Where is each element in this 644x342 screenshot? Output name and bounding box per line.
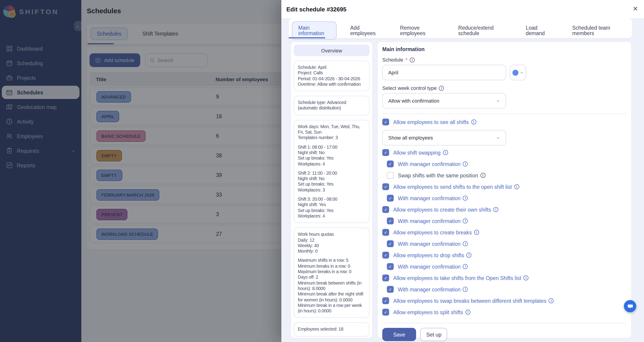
save-button[interactable]: Save — [382, 328, 416, 341]
overview-line: Work days: Mon, Tue, Wed, Thu, Fri, Sat,… — [298, 124, 366, 135]
chat-bubble-icon — [627, 303, 633, 309]
overview-line: Monthly: 0 — [298, 249, 366, 254]
overview-line: Minimum break in a row per week (in hour… — [298, 303, 366, 314]
chat-widget-button[interactable] — [624, 300, 636, 312]
checkbox[interactable]: ✓ — [382, 297, 389, 304]
overview-group: Maximum shifts in a row: 5Minimum breaks… — [298, 258, 366, 314]
checkbox-row[interactable]: ✓ With manager confirmation ! — [387, 286, 626, 293]
checkbox[interactable]: ✓ — [387, 263, 394, 270]
info-icon[interactable]: ! — [466, 253, 472, 258]
schedule-name-input[interactable]: April — [382, 65, 506, 80]
checkbox[interactable]: ✓ — [382, 275, 389, 281]
info-icon[interactable]: ! — [466, 310, 470, 315]
info-icon[interactable]: ! — [439, 85, 444, 91]
checkbox[interactable]: ✓ — [382, 252, 389, 259]
show-employees-select[interactable]: Show all employees — [382, 130, 506, 146]
modal-tab-scheduled-team-members[interactable]: Scheduled team members — [566, 21, 629, 40]
checkbox[interactable]: ✓ — [387, 217, 394, 224]
modal-tabs-card: Main informationAdd employeesRemove empl… — [289, 18, 632, 38]
info-icon[interactable]: ! — [463, 162, 468, 167]
check-icon: ✓ — [388, 162, 392, 166]
modal-tab-main-information[interactable]: Main information — [292, 21, 336, 40]
check-icon: ✓ — [384, 310, 387, 314]
overview-line: Workplaces: 4 — [298, 213, 366, 219]
checkbox-row[interactable]: ✓ With manager confirmation ! — [387, 240, 626, 247]
info-icon[interactable]: ! — [463, 241, 468, 246]
modal-title: Edit schedule #32695 — [286, 6, 346, 13]
check-icon: ✓ — [384, 120, 387, 124]
checkbox-row[interactable]: ✓ With manager confirmation ! — [387, 263, 626, 270]
checkbox-row[interactable]: ✓ Allow employees to take shifts from th… — [382, 275, 626, 281]
info-icon[interactable]: ! — [471, 120, 476, 125]
checkbox-row[interactable]: ✓ With manager confirmation ! — [387, 195, 626, 201]
checkbox-label: Allow employees to take shifts from the … — [393, 275, 521, 281]
checkbox-row[interactable]: ✓ Allow employees to create their own sh… — [382, 206, 626, 213]
check-icon: ✓ — [388, 287, 392, 292]
overview-line: Shift 2: 11:00 - 20:00 — [298, 171, 366, 176]
checkbox[interactable]: ✓ — [382, 309, 389, 316]
checkbox-row[interactable]: ✓ With manager confirmation ! — [387, 217, 626, 224]
overview-line: Workplaces: 3 — [298, 187, 366, 193]
overview-line: Weekly: 40 — [298, 243, 366, 249]
form-heading: Main information — [382, 46, 626, 52]
info-icon[interactable]: ! — [463, 218, 468, 223]
checkbox-row[interactable]: ✓ Allow employees to send shifts to the … — [382, 183, 626, 190]
checkbox-row[interactable]: ✓ Swap shifts with the same position ! — [387, 172, 626, 179]
modal-tab-load-demand[interactable]: Load demand — [519, 21, 558, 40]
overview-line: Schedule: April — [298, 65, 366, 70]
checkbox[interactable]: ✓ — [382, 183, 389, 190]
info-icon[interactable]: ! — [549, 298, 554, 303]
setup-button[interactable]: Set up — [420, 328, 447, 341]
info-icon[interactable]: ! — [514, 184, 519, 189]
overview-line: Project: Calls — [298, 70, 366, 76]
week-control-select[interactable]: Allow with confirmation — [382, 93, 506, 109]
overview-line: Set up breaks: Yes — [298, 208, 366, 213]
checkbox-row[interactable]: ✓ Allow employees to drop shifts ! — [382, 252, 626, 259]
checkbox-row[interactable]: ✓ Allow employees to swap breaks between… — [382, 297, 626, 304]
info-icon[interactable]: ! — [524, 275, 528, 280]
checkbox[interactable]: ✓ — [387, 161, 394, 167]
info-icon[interactable]: ! — [474, 230, 479, 235]
checkbox[interactable]: ✓ — [382, 119, 389, 125]
checkbox-label: Allow employees to swap breaks between d… — [393, 298, 546, 304]
info-icon[interactable]: ! — [443, 150, 448, 155]
checkbox-row[interactable]: ✓ Allow employees to split shifts ! — [382, 309, 626, 316]
overview-card: Schedule type: Advanced (automatic distr… — [294, 96, 370, 115]
overview-line: Minimum break between shifts (in hours):… — [298, 280, 366, 291]
modal-tab-add-employees[interactable]: Add employees — [344, 21, 386, 40]
checkbox-row[interactable]: ✓ Allow employees to see all shifts ! — [382, 119, 626, 125]
overview-line: Daily: 12 — [298, 237, 366, 243]
checkbox[interactable]: ✓ — [387, 195, 394, 201]
checkbox-label: With manager confirmation — [398, 218, 460, 224]
checkbox-row[interactable]: ✓ With manager confirmation ! — [387, 161, 626, 167]
checkbox[interactable]: ✓ — [382, 229, 389, 236]
overview-line: Period: 01-04-2026 - 30-04-2026 — [298, 76, 366, 82]
checkbox[interactable]: ✓ — [382, 149, 389, 156]
info-icon[interactable]: ! — [463, 287, 468, 292]
modal-active-tab-underline — [289, 37, 325, 38]
overview-header[interactable]: Overview — [294, 45, 370, 56]
checkbox-label: Allow shift swapping — [393, 150, 440, 155]
close-icon[interactable]: ✕ — [633, 5, 638, 12]
checkbox-label: With manager confirmation — [398, 195, 460, 201]
info-icon[interactable]: ! — [463, 196, 468, 201]
info-icon[interactable]: ! — [463, 264, 468, 269]
checkbox[interactable]: ✓ — [387, 286, 394, 293]
checkbox-row[interactable]: ✓ Allow shift swapping ! — [382, 149, 626, 156]
checkbox[interactable]: ✓ — [382, 206, 389, 213]
checkbox-row[interactable]: ✓ Allow employees to create breaks ! — [382, 229, 626, 236]
modal-tab-reduce-extend-schedule[interactable]: Reduce/extend schedule — [452, 21, 512, 40]
schedule-color-picker[interactable] — [510, 65, 526, 80]
overview-card: Schedule: AprilProject: CallsPeriod: 01-… — [294, 61, 370, 91]
checkbox[interactable]: ✓ — [387, 172, 394, 179]
info-icon[interactable]: ! — [410, 57, 415, 62]
checkbox[interactable]: ✓ — [387, 240, 394, 247]
overview-group: Work days: Mon, Tue, Wed, Thu, Fri, Sat,… — [298, 124, 366, 141]
schedule-label: Schedule * ! — [382, 57, 626, 62]
divider — [382, 323, 626, 323]
modal-tab-remove-employees[interactable]: Remove employees — [394, 21, 445, 40]
overview-line: Employees selected: 18 — [298, 327, 366, 333]
chevron-down-icon — [496, 136, 500, 140]
info-icon[interactable]: ! — [493, 207, 498, 212]
info-icon[interactable]: ! — [480, 173, 486, 178]
